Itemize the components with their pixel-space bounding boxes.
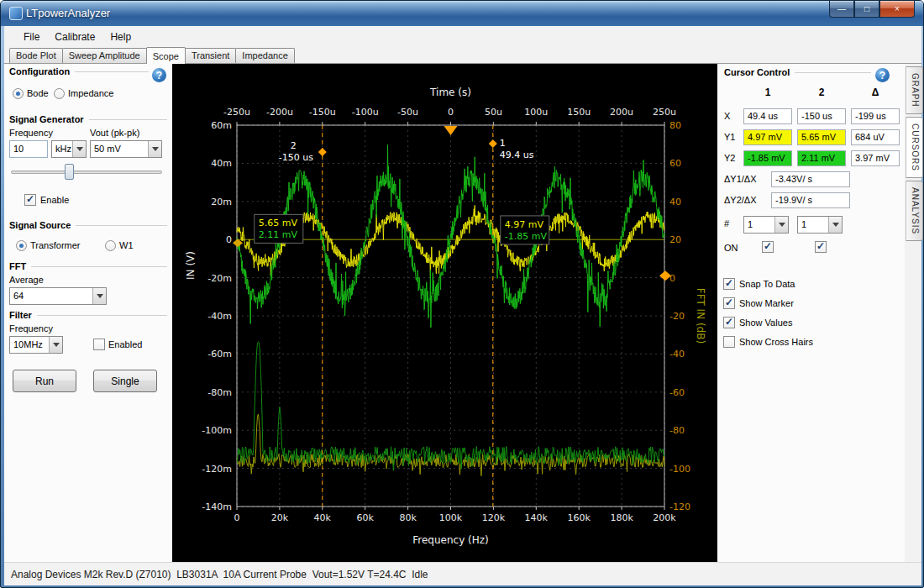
snap-to-data-checkbox[interactable]: [723, 278, 735, 290]
help-icon[interactable]: ?: [875, 68, 890, 82]
frequency-unit-combo[interactable]: kHz: [51, 140, 87, 158]
cursor1-number-combo[interactable]: 1: [743, 216, 789, 234]
top-tick-label: 150u: [567, 107, 591, 118]
frequency-slider-track[interactable]: [11, 171, 162, 174]
close-button[interactable]: ×: [879, 1, 915, 18]
enable-label: Enable: [40, 195, 69, 205]
cursor1-number-value: 1: [744, 217, 774, 233]
scope-plot[interactable]: -250u-200u-150u-100u-50u050u100u150u200u…: [172, 64, 717, 562]
impedance-radio[interactable]: [54, 88, 65, 99]
right-tick-label: -60: [669, 387, 685, 398]
cursor2-on-checkbox[interactable]: [815, 241, 827, 253]
settings-panel: Configuration ? Bode Impedance Signal Ge…: [4, 64, 172, 562]
right-tick-label: 0: [669, 273, 675, 284]
statusbar: Analog Devices M2k Rev.D (Z7010) LB3031A…: [4, 562, 921, 585]
top-tick-label: -200u: [266, 107, 293, 118]
right-tick-label: 40: [669, 197, 681, 207]
chevron-down-icon: [774, 217, 788, 233]
side-tab-analysis[interactable]: ANALYSIS: [906, 181, 923, 241]
left-axis-title: IN (V): [185, 251, 197, 280]
channel-offset-marker[interactable]: [233, 239, 243, 247]
vout-label: Vout (pk-pk): [90, 128, 139, 138]
filter-enabled-checkbox[interactable]: [93, 339, 105, 350]
tab-bode-plot[interactable]: Bode Plot: [9, 48, 63, 63]
right-axis-title: FFT IN (dB): [695, 288, 706, 344]
cursor-row-label-y2: Y2: [724, 153, 735, 163]
minimize-button[interactable]: —: [829, 1, 854, 18]
w1-radio[interactable]: [105, 240, 116, 251]
bottom-tick-label: 80k: [399, 512, 417, 523]
signal-source-title: Signal Source: [9, 220, 76, 230]
average-combo[interactable]: 64: [9, 287, 107, 305]
cursor-control-title: Cursor Control: [724, 67, 795, 77]
side-tab-graph[interactable]: GRAPH: [906, 66, 923, 114]
left-tick-label: 20m: [211, 197, 232, 207]
cursor-y2-value-2: 2.11 mV: [797, 150, 846, 166]
tabstrip: Bode PlotSweep AmplitudeScopeTransientIm…: [4, 47, 921, 64]
top-tick-label: 200u: [610, 107, 633, 118]
cursor-id-label: 2: [291, 140, 297, 151]
bottom-axis-title: Frequency (Hz): [412, 534, 489, 546]
menubar: FileCalibrateHelp: [4, 26, 921, 47]
right-tick-label: -80: [669, 425, 685, 436]
bottom-tick-label: 160k: [568, 512, 591, 523]
cursor2-number-value: 1: [798, 217, 828, 233]
show-values-checkbox[interactable]: [723, 317, 735, 328]
maximize-button[interactable]: □: [854, 1, 879, 18]
bottom-tick-label: 140k: [525, 512, 549, 523]
bottom-tick-label: 200k: [653, 512, 676, 523]
show-marker-checkbox[interactable]: [723, 297, 735, 309]
snap-to-data-label: Snap To Data: [739, 279, 795, 289]
menu-item-help[interactable]: Help: [102, 28, 139, 46]
cursor-x-label: 49.4 us: [500, 150, 534, 160]
tab-sweep-amplitude[interactable]: Sweep Amplitude: [62, 48, 147, 63]
top-tick-label: -250u: [223, 107, 250, 118]
single-button[interactable]: Single: [93, 370, 157, 392]
tab-transient[interactable]: Transient: [185, 48, 236, 63]
top-axis-title: Time (s): [429, 87, 471, 98]
scope-canvas[interactable]: -250u-200u-150u-100u-50u050u100u150u200u…: [172, 64, 717, 562]
bottom-tick-label: 100k: [439, 512, 463, 523]
cursor-marker-1[interactable]: [489, 139, 497, 148]
top-tick-label: -150u: [309, 107, 336, 118]
menu-item-file[interactable]: File: [16, 28, 47, 46]
top-tick-label: 50u: [485, 107, 502, 118]
bottom-tick-label: 40k: [314, 512, 332, 523]
cursor-y2-value-3: 3.97 mV: [851, 150, 900, 166]
cursor-col-header-1: 1: [743, 87, 792, 98]
cursor-x-label: -150 us: [279, 152, 313, 163]
content: Configuration ? Bode Impedance Signal Ge…: [4, 64, 921, 562]
cursor-x-value-1: 49.4 us: [743, 108, 792, 124]
help-icon[interactable]: ?: [152, 68, 166, 82]
right-tick-label: 60: [669, 158, 681, 169]
left-tick-label: -60m: [207, 349, 232, 360]
side-tab-cursors[interactable]: CURSORS: [906, 117, 923, 178]
left-tick-label: 40m: [211, 158, 232, 169]
cursor-marker-2[interactable]: [318, 148, 327, 156]
menu-item-calibrate[interactable]: Calibrate: [47, 28, 102, 46]
right-tick-label: -100: [669, 464, 690, 475]
filter-frequency-combo[interactable]: 10MHz: [9, 336, 63, 354]
vout-combo[interactable]: 50 mV: [90, 140, 162, 158]
trigger-position-marker[interactable]: [444, 126, 458, 135]
run-button[interactable]: Run: [13, 370, 76, 392]
chevron-down-icon: [828, 217, 842, 233]
tab-scope[interactable]: Scope: [146, 47, 186, 64]
cursor-y2-value-1: -1.85 mV: [743, 150, 792, 166]
top-tick-label: -100u: [352, 107, 379, 118]
cursor-y1-value-1: 4.97 mV: [743, 129, 792, 145]
show-cross-hairs-checkbox[interactable]: [723, 336, 735, 348]
cursor1-on-checkbox[interactable]: [762, 241, 774, 253]
frequency-input[interactable]: 10: [9, 140, 48, 158]
cursor2-number-combo[interactable]: 1: [797, 216, 843, 234]
left-tick-label: 60m: [211, 120, 232, 131]
right-tick-label: -120: [669, 501, 690, 512]
vout-value: 50 mV: [91, 141, 148, 157]
chevron-down-icon: [92, 288, 106, 304]
filter-frequency-label: Frequency: [9, 323, 53, 333]
tab-impedance[interactable]: Impedance: [235, 48, 294, 63]
frequency-slider-thumb[interactable]: [65, 164, 74, 180]
bode-radio[interactable]: [13, 88, 24, 99]
transformer-radio[interactable]: [16, 240, 27, 251]
enable-checkbox[interactable]: [24, 194, 36, 206]
